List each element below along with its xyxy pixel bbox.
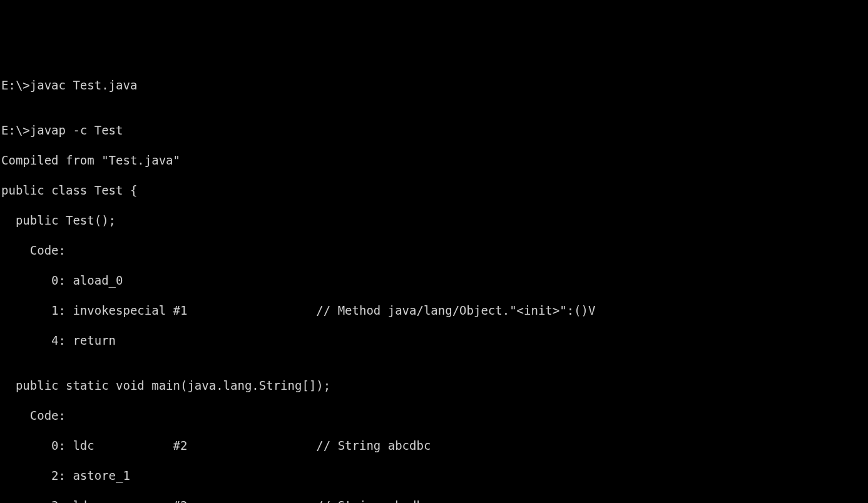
terminal-output[interactable]: E:\>javac Test.java E:\>javap -c Test Co… [1,63,867,503]
terminal-line: Code: [1,408,867,423]
terminal-line: Compiled from "Test.java" [1,153,867,168]
terminal-line: E:\>javap -c Test [1,123,867,138]
terminal-line: 0: ldc #2 // String abcdbc [1,438,867,453]
terminal-line: 2: astore_1 [1,468,867,483]
terminal-line: public class Test { [1,183,867,198]
terminal-line: Code: [1,243,867,258]
terminal-line: public static void main(java.lang.String… [1,378,867,393]
terminal-line: 1: invokespecial #1 // Method java/lang/… [1,303,867,318]
terminal-line: public Test(); [1,213,867,228]
terminal-line: 0: aload_0 [1,273,867,288]
terminal-line: 3: ldc #2 // String abcdbc [1,498,867,503]
terminal-line: E:\>javac Test.java [1,78,867,93]
terminal-line: 4: return [1,333,867,348]
